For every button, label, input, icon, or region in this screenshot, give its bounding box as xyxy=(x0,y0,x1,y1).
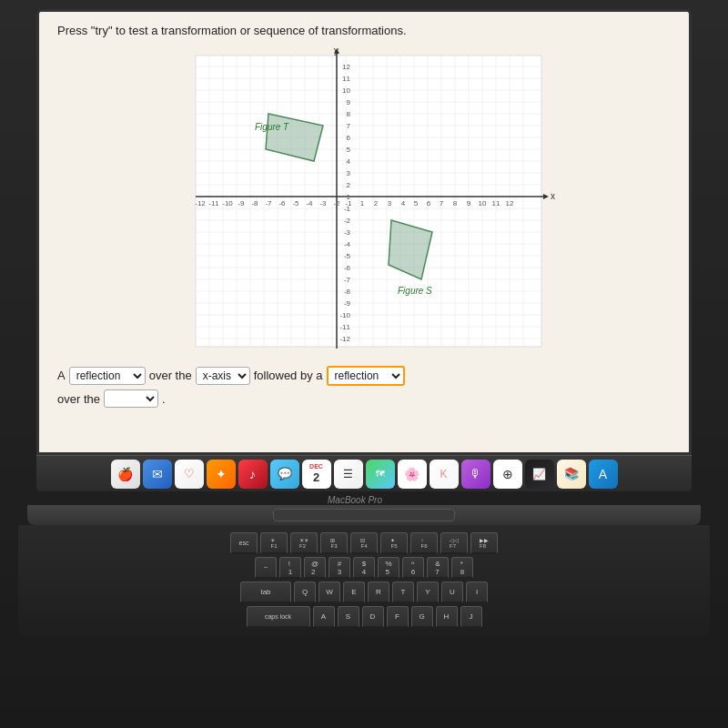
key-g[interactable]: G xyxy=(411,606,433,628)
svg-text:-11: -11 xyxy=(208,199,219,207)
key-f8[interactable]: ▶▶F8 xyxy=(470,532,498,554)
figure-s-label: Figure S xyxy=(398,286,432,296)
key-i[interactable]: I xyxy=(466,581,488,603)
key-f[interactable]: F xyxy=(387,606,409,628)
key-capslock[interactable]: caps lock xyxy=(247,606,310,628)
svg-text:9: 9 xyxy=(347,98,351,106)
dock-maps-icon[interactable]: 🗺 xyxy=(366,460,395,489)
period-text: . xyxy=(162,389,166,410)
dock-podcasts-icon[interactable]: 🎙 xyxy=(461,460,490,489)
svg-text:4: 4 xyxy=(401,199,406,207)
over-text: over the xyxy=(149,365,192,386)
dock-books-icon[interactable]: 📚 xyxy=(557,460,586,489)
dock-stocks-icon[interactable]: 📈 xyxy=(525,460,554,489)
key-e[interactable]: E xyxy=(343,581,365,603)
svg-text:11: 11 xyxy=(492,199,500,207)
key-8[interactable]: *8 xyxy=(451,557,473,579)
dock-keynote-icon[interactable]: K xyxy=(430,460,459,489)
x-axis-label: x xyxy=(551,191,555,201)
svg-text:-6: -6 xyxy=(278,199,286,207)
svg-text:11: 11 xyxy=(342,75,350,83)
svg-text:7: 7 xyxy=(347,122,351,130)
key-3[interactable]: #3 xyxy=(329,557,350,579)
key-tab[interactable]: tab xyxy=(240,581,291,603)
dock-chrome-icon[interactable]: ⊕ xyxy=(493,460,522,489)
key-r[interactable]: R xyxy=(368,581,389,603)
followed-text: followed by a xyxy=(254,365,323,386)
svg-text:5: 5 xyxy=(347,146,351,154)
transformation-2-select[interactable]: reflection rotation translation dilation xyxy=(327,366,405,386)
dock-apple-icon[interactable]: 🍎 xyxy=(111,460,140,489)
key-2[interactable]: @2 xyxy=(304,557,326,579)
key-7[interactable]: &7 xyxy=(427,557,449,579)
keyboard-row-asdf: caps lock A S D F G H J xyxy=(27,606,701,628)
key-1[interactable]: !1 xyxy=(279,557,301,579)
key-a[interactable]: A xyxy=(313,606,335,628)
over-text-2: over the xyxy=(57,389,100,410)
dock-music-icon[interactable]: ♪ xyxy=(238,460,268,489)
key-d[interactable]: D xyxy=(362,606,384,628)
key-6[interactable]: ^6 xyxy=(402,557,424,579)
key-t[interactable]: T xyxy=(392,581,414,603)
transformation-1-select[interactable]: reflection rotation translation dilation xyxy=(69,367,146,385)
key-f5[interactable]: ✦F5 xyxy=(380,532,408,554)
key-5[interactable]: %5 xyxy=(378,557,399,579)
key-q[interactable]: Q xyxy=(294,581,316,603)
figure-t-label: Figure T xyxy=(255,122,289,132)
key-j[interactable]: J xyxy=(460,606,482,628)
svg-text:6: 6 xyxy=(347,134,351,142)
svg-text:-12: -12 xyxy=(195,199,206,207)
svg-text:-7: -7 xyxy=(344,276,351,284)
key-f3[interactable]: ⊞F3 xyxy=(320,532,348,554)
key-esc[interactable]: esc xyxy=(230,532,258,554)
svg-text:-9: -9 xyxy=(344,299,351,308)
dock-messages-icon[interactable]: 💬 xyxy=(270,460,299,489)
key-f6[interactable]: ↑F6 xyxy=(410,532,438,554)
dock-reminders-icon[interactable]: ☰ xyxy=(334,460,363,489)
key-s[interactable]: S xyxy=(338,606,359,628)
svg-text:-9: -9 xyxy=(238,199,245,207)
key-4[interactable]: $4 xyxy=(353,557,375,579)
svg-text:2: 2 xyxy=(374,199,379,207)
instruction-label: Press "try" to test a transformation or … xyxy=(57,24,407,37)
svg-text:-3: -3 xyxy=(319,199,327,207)
key-w[interactable]: W xyxy=(318,581,340,603)
dock-mail-icon[interactable]: ✉ xyxy=(143,460,172,489)
svg-text:2: 2 xyxy=(347,181,351,189)
svg-text:-2: -2 xyxy=(344,217,351,225)
dock-appstore-icon[interactable]: A xyxy=(589,460,618,489)
svg-text:3: 3 xyxy=(347,169,351,177)
dock-health-icon[interactable]: ♡ xyxy=(175,460,204,489)
key-f2[interactable]: ☀☀F2 xyxy=(290,532,318,554)
svg-text:1: 1 xyxy=(347,193,351,201)
key-f4[interactable]: ⊟F4 xyxy=(350,532,378,554)
svg-text:-8: -8 xyxy=(344,288,351,296)
screen-content: Press "try" to test a transformation or … xyxy=(39,12,689,452)
svg-text:8: 8 xyxy=(453,199,458,207)
key-f7[interactable]: ◁◁F7 xyxy=(440,532,468,554)
dock-calendar-icon[interactable]: DEC 2 xyxy=(302,460,331,489)
screen-area: Press "try" to test a transformation or … xyxy=(36,9,692,455)
dock-photos-icon[interactable]: 🌸 xyxy=(398,460,427,489)
svg-text:1: 1 xyxy=(360,199,365,207)
key-y[interactable]: Y xyxy=(417,581,439,603)
answer-area: A reflection rotation translation dilati… xyxy=(57,365,671,410)
svg-text:12: 12 xyxy=(342,63,350,71)
laptop-bottom xyxy=(27,505,701,525)
svg-text:-10: -10 xyxy=(339,311,350,319)
axis-1-select[interactable]: x-axis y-axis y=x y=-x xyxy=(196,367,250,385)
axis-2-select[interactable]: x-axis y-axis y=x xyxy=(104,389,158,408)
dock-launchpad-icon[interactable]: ✦ xyxy=(207,460,236,489)
svg-text:-3: -3 xyxy=(344,228,351,237)
keyboard-row-qwerty: tab Q W E R T Y U I xyxy=(27,581,701,603)
keyboard-row-numbers: ~ !1 @2 #3 $4 %5 ^6 &7 *8 xyxy=(27,557,701,579)
key-h[interactable]: H xyxy=(436,606,458,628)
svg-text:7: 7 xyxy=(440,199,444,207)
key-u[interactable]: U xyxy=(441,581,463,603)
svg-text:12: 12 xyxy=(506,199,514,207)
svg-text:-2: -2 xyxy=(333,199,340,207)
svg-text:4: 4 xyxy=(347,157,351,166)
key-f1[interactable]: ☀F1 xyxy=(260,532,288,554)
key-tilde[interactable]: ~ xyxy=(255,557,277,579)
trackpad[interactable] xyxy=(273,509,455,521)
